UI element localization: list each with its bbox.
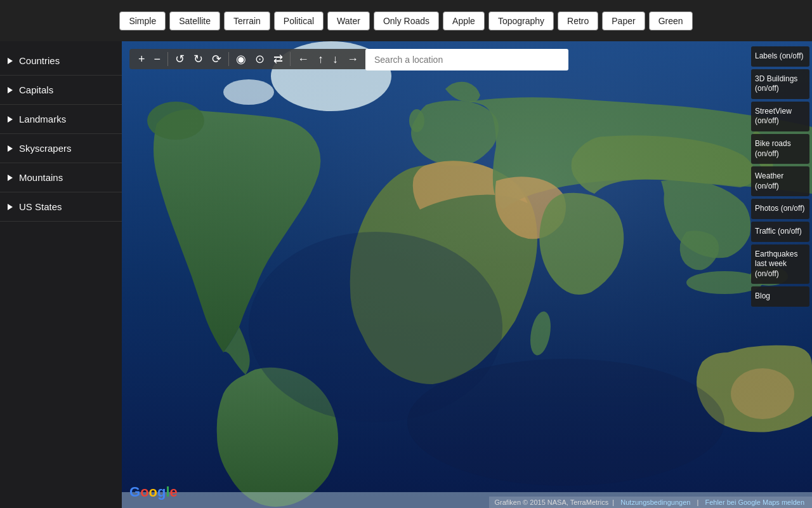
sidebar-item-mountains[interactable]: Mountains bbox=[0, 163, 122, 192]
sidebar-item-skyscrapers[interactable]: Skyscrapers bbox=[0, 134, 122, 163]
right-panel-btn-streetview[interactable]: StreetView (on/off) bbox=[751, 102, 809, 131]
pan-down-button[interactable]: ↓ bbox=[329, 52, 342, 66]
marker-button[interactable]: ◉ bbox=[232, 52, 250, 66]
map-style-btn-water[interactable]: Water bbox=[327, 11, 370, 30]
chevron-right-icon bbox=[8, 116, 13, 123]
chevron-right-icon bbox=[8, 87, 13, 93]
toolbar-divider bbox=[290, 52, 291, 66]
chevron-right-icon bbox=[8, 175, 13, 181]
pan-right-button[interactable]: → bbox=[343, 52, 362, 66]
right-panel-btn-traffic[interactable]: Traffic (on/off) bbox=[751, 222, 809, 242]
report-link[interactable]: Fehler bei Google Maps melden bbox=[705, 498, 804, 506]
search-input[interactable] bbox=[365, 49, 568, 70]
pan-up-button[interactable]: ↑ bbox=[314, 52, 327, 66]
toolbar-divider bbox=[167, 52, 168, 66]
right-panel-btn-bike-roads[interactable]: Bike roads (on/off) bbox=[751, 134, 809, 164]
zoom-out-button[interactable]: − bbox=[150, 52, 165, 66]
right-panel-btn-labels[interactable]: Labels (on/off) bbox=[751, 46, 809, 67]
right-panel-btn-blog[interactable]: Blog bbox=[751, 286, 809, 307]
shuffle-button[interactable]: ⇄ bbox=[270, 52, 287, 66]
main-area: CountriesCapitalsLandmarksSkyscrapersMou… bbox=[0, 41, 812, 508]
redo-button[interactable]: ↻ bbox=[190, 52, 207, 66]
map-toolbar: +−↺↻⟳◉⊙⇄←↑↓→ bbox=[129, 49, 367, 69]
footer: Grafiken © 2015 NASA, TerraMetrics | Nut… bbox=[489, 497, 812, 508]
copyright-text: Grafiken © 2015 NASA, TerraMetrics bbox=[494, 498, 608, 506]
right-panel-btn-weather[interactable]: Weather (on/off) bbox=[751, 166, 809, 196]
sidebar-item-label: Landmarks bbox=[19, 114, 66, 124]
location-button[interactable]: ⊙ bbox=[251, 52, 268, 66]
top-bar: SimpleSatelliteTerrainPoliticalWaterOnly… bbox=[0, 0, 812, 41]
sidebar-item-landmarks[interactable]: Landmarks bbox=[0, 105, 122, 134]
map-style-btn-paper[interactable]: Paper bbox=[602, 11, 645, 30]
pan-left-button[interactable]: ← bbox=[294, 52, 313, 66]
sidebar-item-label: Mountains bbox=[19, 172, 63, 183]
chevron-right-icon bbox=[8, 145, 13, 152]
zoom-in-button[interactable]: + bbox=[134, 52, 149, 66]
undo-button[interactable]: ↺ bbox=[171, 52, 188, 66]
terms-link[interactable]: Nutzungsbedingungen bbox=[620, 498, 690, 506]
toolbar-divider bbox=[228, 52, 229, 66]
refresh-button[interactable]: ⟳ bbox=[208, 52, 225, 66]
sidebar-item-capitals[interactable]: Capitals bbox=[0, 76, 122, 105]
map-style-btn-terrain[interactable]: Terrain bbox=[224, 11, 270, 30]
right-panel-btn-photos[interactable]: Photos (on/off) bbox=[751, 199, 809, 219]
map-area[interactable]: +−↺↻⟳◉⊙⇄←↑↓→ Google Grafiken © 2015 NASA… bbox=[122, 41, 812, 508]
sidebar-item-label: US States bbox=[19, 201, 62, 212]
sidebar-item-label: Skyscrapers bbox=[19, 143, 72, 154]
map-style-btn-retro[interactable]: Retro bbox=[558, 11, 598, 30]
right-panel: Labels (on/off)3D Buildings (on/off)Stre… bbox=[749, 41, 812, 508]
map-style-btn-only-roads[interactable]: Only Roads bbox=[374, 11, 439, 30]
right-panel-btn-3d-buildings[interactable]: 3D Buildings (on/off) bbox=[751, 69, 809, 99]
map-style-btn-apple[interactable]: Apple bbox=[443, 11, 485, 30]
map-style-btn-simple[interactable]: Simple bbox=[119, 11, 166, 30]
sidebar-item-us-states[interactable]: US States bbox=[0, 192, 122, 222]
map-style-btn-green[interactable]: Green bbox=[649, 11, 693, 30]
sidebar-item-label: Countries bbox=[19, 55, 60, 66]
map-style-btn-satellite[interactable]: Satellite bbox=[169, 11, 220, 30]
map-style-btn-political[interactable]: Political bbox=[274, 11, 324, 30]
search-box bbox=[365, 49, 568, 70]
chevron-right-icon bbox=[8, 58, 13, 64]
sidebar-item-label: Capitals bbox=[19, 84, 53, 95]
google-logo: Google bbox=[129, 484, 178, 500]
map-svg bbox=[122, 41, 812, 508]
svg-point-13 bbox=[407, 359, 724, 486]
sidebar: CountriesCapitalsLandmarksSkyscrapersMou… bbox=[0, 41, 122, 508]
map-style-btn-topography[interactable]: Topography bbox=[488, 11, 554, 30]
right-panel-btn-earthquakes[interactable]: Earthquakes last week (on/off) bbox=[751, 244, 809, 284]
chevron-right-icon bbox=[8, 204, 13, 210]
sidebar-item-countries[interactable]: Countries bbox=[0, 46, 122, 76]
